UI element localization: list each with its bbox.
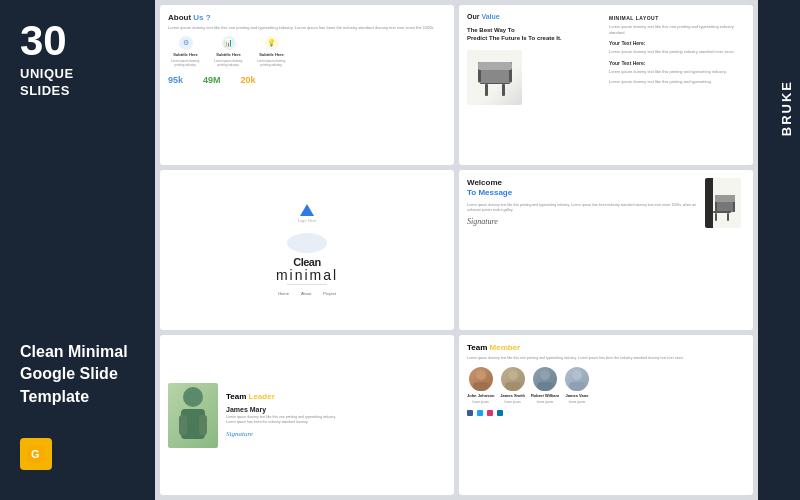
svg-text:G: G	[31, 448, 40, 460]
svg-rect-21	[473, 382, 489, 391]
slide-welcome[interactable]: WelcomeTo Message Lorem ipsum dummy text…	[459, 170, 753, 330]
team-member-title-colored: Member	[490, 343, 521, 352]
welcome-signature: Signature	[467, 217, 697, 226]
member-item-4: James Vane lorem ipsum	[565, 367, 589, 404]
member-name-4: James Vane	[566, 393, 589, 398]
icon-circle-blue: ⚙	[179, 36, 193, 50]
svg-rect-23	[505, 382, 521, 391]
svg-rect-12	[715, 195, 735, 202]
value-quote: The Best Way ToPredict The Future Is To …	[467, 27, 603, 43]
bruke-label: BRUKE	[779, 80, 794, 136]
welcome-content: WelcomeTo Message Lorem ipsum dummy text…	[467, 178, 745, 228]
stat-49m: 49M	[203, 75, 221, 85]
member-role-3: lorem ipsum	[537, 400, 553, 404]
welcome-title-colored: To Message	[467, 188, 512, 197]
member-avatar-2	[501, 367, 525, 391]
about-icon-item-3: 💡 Subtitle Here Lorem ipsum dummy, print…	[254, 36, 289, 67]
svg-point-22	[508, 370, 518, 380]
right-strip: BRUKE	[758, 0, 800, 500]
slide-team-member[interactable]: Team Member Lorem ipsum dummy text like …	[459, 335, 753, 495]
about-title-colored: Us ?	[193, 13, 210, 22]
member-name-3: Robert William	[531, 393, 559, 398]
your-text-desc-1: Lorem ipsum dummy text like this printin…	[609, 49, 745, 55]
your-text-2: Your Text Here:	[609, 60, 745, 66]
slide-value[interactable]: Our Value The Best Way ToPredict The Fut…	[459, 5, 753, 165]
team-member-desc: Lorem ipsum dummy text like this one pri…	[467, 356, 745, 361]
team-leader-desc: Lorem ipsum dummy text like this one pri…	[226, 415, 346, 426]
team-leader-title-colored: Leader	[249, 392, 275, 401]
clean-nav: Home About Project	[278, 291, 336, 296]
nav-divider	[287, 284, 327, 285]
clean-logo-area: Logo Here	[298, 204, 317, 223]
svg-rect-18	[179, 415, 187, 435]
about-body-text: Lorem ipsum dummy text like this one pri…	[168, 25, 446, 31]
member-role-1: lorem ipsum	[473, 400, 489, 404]
minimal-badge: MINIMAL LAYOUT	[609, 15, 745, 21]
clean-blob	[287, 233, 327, 253]
social-linkedin-icon	[497, 410, 503, 416]
welcome-chair-illustration	[705, 178, 741, 228]
team-person-image	[168, 383, 218, 448]
svg-point-20	[476, 370, 486, 380]
your-text-1: Your Text Here:	[609, 40, 745, 46]
member-avatar-3	[533, 367, 557, 391]
team-leader-title: Team Leader	[226, 392, 346, 401]
stat-20k: 20k	[241, 75, 256, 85]
icon-subtitle-3: Subtitle Here	[259, 52, 284, 57]
value-title: Our Value	[467, 13, 603, 20]
welcome-left: WelcomeTo Message Lorem ipsum dummy text…	[467, 178, 697, 228]
about-icons-row: ⚙ Subtitle Here Lorem ipsum dummy, print…	[168, 36, 446, 67]
svg-point-26	[572, 370, 582, 380]
svg-rect-15	[727, 213, 729, 221]
value-title-colored: Value	[481, 13, 499, 20]
member-role-4: lorem ipsum	[569, 400, 585, 404]
clean-triangle-icon	[300, 204, 314, 216]
member-item-3: Robert William lorem ipsum	[531, 367, 559, 404]
icon-desc-1: Lorem ipsum dummy, printing industry.	[168, 59, 203, 67]
team-info: Team Leader James Mary Lorem ipsum dummy…	[226, 392, 346, 439]
sidebar-top: 30 UNIQUESLIDES	[20, 20, 140, 100]
social-instagram-icon	[487, 410, 493, 416]
svg-point-24	[540, 370, 550, 380]
value-body-text: Lorem ipsum dummy text like this one pri…	[609, 24, 745, 35]
member-avatar-1	[469, 367, 493, 391]
member-avatar-4	[565, 367, 589, 391]
slide-clean[interactable]: Logo Here Clean minimal Home About Proje…	[160, 170, 454, 330]
about-title: About Us ?	[168, 13, 446, 22]
svg-rect-14	[715, 213, 717, 221]
sidebar: 30 UNIQUESLIDES Clean MinimalGoogle Slid…	[0, 0, 155, 500]
icon-desc-2: Lorem ipsum dummy, printing industry.	[211, 59, 246, 67]
member-name-2: James Smith	[500, 393, 525, 398]
member-item-2: James Smith lorem ipsum	[500, 367, 525, 404]
icon-desc-3: Lorem ipsum dummy, printing industry.	[254, 59, 289, 67]
google-slides-icon[interactable]: G	[20, 438, 52, 470]
svg-rect-3	[485, 84, 488, 96]
slides-count: 30	[20, 20, 140, 62]
chair-illustration	[467, 50, 522, 105]
social-facebook-icon	[467, 410, 473, 416]
svg-rect-9	[715, 202, 735, 212]
nav-project[interactable]: Project	[323, 291, 335, 296]
icon-subtitle-2: Subtitle Here	[216, 52, 241, 57]
member-item-1: John Johnson lorem ipsum	[467, 367, 494, 404]
member-name-1: John Johnson	[467, 393, 494, 398]
your-text-desc-2: Lorem ipsum dummy text like this printin…	[609, 69, 745, 75]
svg-rect-13	[713, 211, 731, 213]
nav-about[interactable]: About	[301, 291, 311, 296]
social-twitter-icon	[477, 410, 483, 416]
slide-about[interactable]: About Us ? Lorem ipsum dummy text like t…	[160, 5, 454, 165]
nav-home[interactable]: Home	[278, 291, 289, 296]
welcome-text: Lorem ipsum dummy text like this printin…	[467, 203, 697, 214]
slide-team-leader[interactable]: Team Leader James Mary Lorem ipsum dummy…	[160, 335, 454, 495]
slides-grid: About Us ? Lorem ipsum dummy text like t…	[155, 0, 758, 500]
team-member-title: Team Member	[467, 343, 745, 352]
svg-rect-8	[478, 62, 512, 70]
team-leader-signature: Signature	[226, 430, 346, 438]
clean-subtitle: minimal	[276, 268, 338, 282]
stat-95k: 95k	[168, 75, 183, 85]
welcome-title: WelcomeTo Message	[467, 178, 697, 199]
svg-rect-25	[537, 382, 553, 391]
icon-circle-yellow: 💡	[265, 36, 279, 50]
team-leader-name: James Mary	[226, 406, 346, 413]
icon-subtitle-1: Subtitle Here	[173, 52, 198, 57]
